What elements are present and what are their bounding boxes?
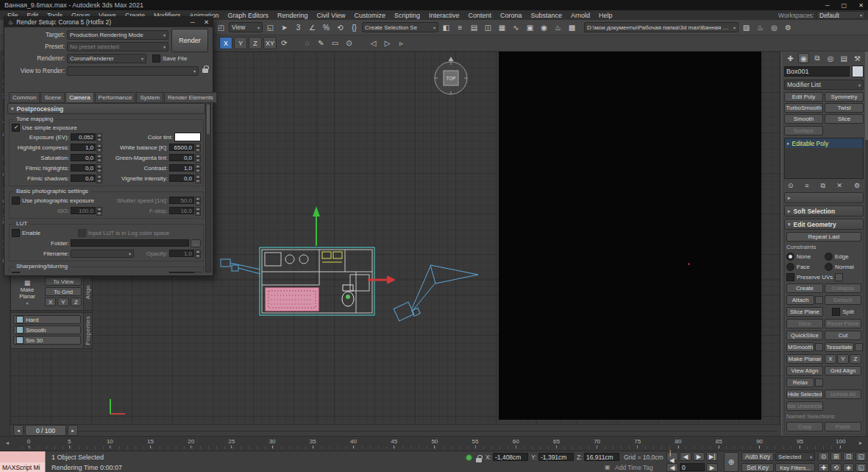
rotate-gizmo-icon[interactable]: ⟳ — [278, 37, 291, 49]
fstop-field[interactable]: 16,0 — [169, 207, 194, 214]
exposure-spinner[interactable]: ▲▼ — [96, 133, 102, 141]
menu-item[interactable]: Rendering — [273, 10, 313, 20]
white-balance-field[interactable]: 6500,0 — [169, 144, 194, 151]
remove-modifier-icon[interactable]: ✕ — [837, 182, 843, 189]
rendered-frame-icon[interactable]: ▩ — [566, 21, 578, 34]
green-magenta-field[interactable]: 0,0 — [169, 154, 194, 161]
modifier-set-button[interactable]: Slice — [825, 114, 864, 124]
make-planar-button[interactable]: ▦ Make Planar ▾ — [11, 275, 43, 310]
close-button[interactable]: ✕ — [858, 2, 864, 9]
lut-filename-dropdown[interactable]: ▾ — [71, 250, 134, 258]
lut-folder-field[interactable] — [71, 239, 189, 247]
menu-item[interactable]: Arnold — [566, 10, 594, 20]
modifier-set-button[interactable]: TurboSmooth — [784, 103, 823, 113]
dialog-scrollbar[interactable] — [205, 102, 211, 272]
tab-render-elements[interactable]: Render Elements — [164, 92, 217, 103]
slice-plane-button[interactable]: Slice Plane — [786, 307, 823, 317]
filmic-shadows-spinner[interactable]: ▲▼ — [96, 175, 102, 182]
unhide-all-button[interactable]: Unhide All — [825, 390, 861, 399]
use-photographic-exposure-checkbox[interactable]: Use photographic exposure — [12, 197, 106, 205]
tessellate-settings[interactable] — [855, 343, 863, 351]
mirror-icon[interactable]: ◧ — [440, 21, 452, 34]
filmic-shadows-field[interactable]: 0,0 — [71, 175, 96, 182]
zoom-region-icon[interactable]: ◱ — [855, 452, 867, 461]
select-and-scale-icon[interactable]: ◰ — [215, 21, 227, 34]
dialog-minimize-icon[interactable]: ─ — [191, 18, 195, 26]
fov-icon[interactable]: ◈ — [843, 463, 854, 472]
sharpen-enable-checkbox[interactable]: Enable — [12, 272, 78, 274]
planar-x-button[interactable]: X — [825, 354, 836, 364]
edit-geometry-rollout[interactable]: ▾Edit Geometry — [784, 219, 864, 230]
go-to-end-button[interactable]: ▶| — [706, 452, 718, 461]
highlight-compress-field[interactable]: 1,0 — [71, 144, 96, 151]
lut-opacity-field[interactable]: 1,0 — [169, 250, 194, 257]
modifier-list-dropdown[interactable]: Modifier List▾ — [784, 80, 864, 90]
lock-view-icon[interactable] — [202, 68, 208, 73]
command-panel-scrollbar[interactable] — [865, 52, 868, 436]
isolate-toggle-icon[interactable] — [466, 454, 472, 461]
planar-y-button[interactable]: Y — [837, 354, 849, 364]
rollout-bar[interactable]: ▸ — [784, 192, 864, 203]
next-frame-arrow[interactable]: ▸ — [68, 425, 78, 436]
scene-explorer-icon[interactable]: ▤ — [468, 21, 480, 34]
attach-button[interactable]: Attach — [786, 295, 814, 305]
filmic-highlights-field[interactable]: 0,0 — [71, 164, 96, 172]
simulate-reset-icon[interactable]: ◁ — [367, 37, 380, 49]
sharpen-radius-field[interactable]: 0,5 — [169, 272, 194, 273]
menu-item[interactable]: Graph Editors — [223, 10, 273, 20]
cut-button[interactable]: Cut — [825, 331, 861, 340]
workspace-dropdown[interactable]: Default▾ — [817, 11, 865, 19]
menu-item[interactable]: Customize — [349, 10, 390, 20]
orbit-icon[interactable]: ⟲ — [830, 463, 842, 472]
render-button[interactable]: Render — [171, 29, 208, 52]
key-mode-dropdown[interactable]: Selected▾ — [775, 452, 815, 461]
target-dropdown[interactable]: Production Rendering Mode▾ — [67, 30, 168, 40]
preset-dropdown[interactable]: No preset selected▾ — [67, 42, 168, 52]
create-tab[interactable]: ✚ — [785, 53, 796, 63]
render-settings-icon[interactable]: ⚙ — [782, 21, 794, 34]
view-to-render-dropdown[interactable]: ▾ — [67, 66, 199, 76]
smooth-smoothing-button[interactable]: Smooth — [13, 325, 81, 334]
named-selection-set-dropdown[interactable]: Create Selection Se▾ — [362, 22, 438, 32]
contrast-spinner[interactable]: ▲▼ — [195, 164, 201, 172]
constraint-none-radio[interactable]: None — [786, 253, 823, 261]
msmooth-settings[interactable] — [815, 343, 823, 351]
saturation-spinner[interactable]: ▲▼ — [96, 154, 102, 161]
configure-modifier-sets-icon[interactable]: ⚙ — [854, 182, 860, 189]
make-planar-panel-button[interactable]: Make Planar — [786, 354, 823, 364]
planar-z-button[interactable]: Z — [850, 354, 861, 364]
spinner-snap-icon[interactable]: ⟲ — [334, 21, 346, 34]
zoom-icon[interactable]: ⊙ — [818, 452, 829, 461]
quickslice-button[interactable]: QuickSlice — [786, 331, 823, 340]
detach-button[interactable]: Detach — [825, 295, 861, 305]
msmooth-button[interactable]: MSmooth — [786, 342, 814, 352]
menu-item[interactable]: Civil View — [313, 10, 350, 20]
tab-system[interactable]: System — [136, 92, 163, 103]
time-slider-handle[interactable]: 0 / 100 — [25, 425, 66, 436]
render-setup-icon[interactable]: ♨ — [552, 21, 564, 34]
axis-x-button[interactable]: X — [219, 37, 232, 49]
menu-item[interactable]: Substance — [527, 10, 567, 20]
freeform-paint-icon[interactable]: ✎ — [315, 37, 327, 49]
asset-tracking-icon[interactable]: ▨ — [740, 21, 753, 34]
white-balance-spinner[interactable]: ▲▼ — [195, 144, 201, 151]
simulate-step-icon[interactable]: ▹ — [395, 37, 408, 49]
constraint-normal-radio[interactable]: Normal — [825, 263, 861, 271]
sharpen-radius-spinner[interactable]: ▲▼ — [195, 272, 201, 273]
hide-unselected-button[interactable]: Hide Unselected — [786, 401, 823, 411]
hard-smoothing-button[interactable]: Hard — [13, 315, 81, 324]
time-slider-track[interactable] — [15, 431, 777, 432]
reset-plane-button[interactable]: Reset Plane — [825, 319, 861, 328]
smooth-30-button[interactable]: Sm 30 — [13, 336, 81, 345]
zoom-extents-icon[interactable]: ⊡ — [843, 452, 854, 461]
dialog-close-icon[interactable]: ✕ — [204, 18, 209, 26]
previous-key-button[interactable]: ◀ — [666, 463, 678, 472]
track-bar-left-arrow[interactable]: ◂ — [6, 440, 9, 446]
tab-performance[interactable]: Performance — [95, 92, 136, 103]
next-key-button[interactable]: ▶ — [706, 463, 718, 472]
maximize-viewport-icon[interactable]: ◱ — [855, 463, 867, 472]
track-bar-right-arrow[interactable]: ▸ — [859, 440, 862, 446]
soft-selection-rollout[interactable]: ▸Soft Selection — [784, 205, 864, 216]
layer-explorer-icon[interactable]: ◫ — [482, 21, 494, 34]
lut-log-checkbox[interactable]: Input LUT is in Log color space — [78, 229, 169, 237]
